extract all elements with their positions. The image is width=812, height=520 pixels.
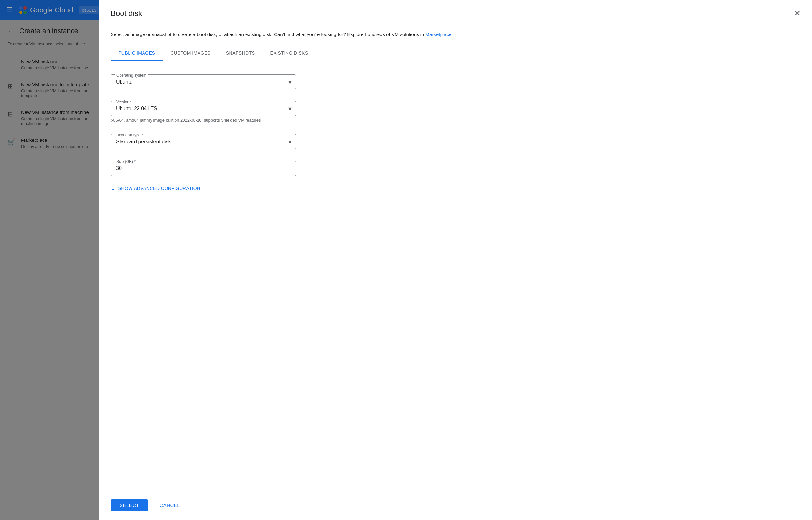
version-hint: x86/64, amd64 jammy image built on 2022-…	[110, 118, 296, 123]
size-label: Size (GB)	[115, 159, 137, 164]
advanced-toggle-label: SHOW ADVANCED CONFIGURATION	[118, 186, 200, 191]
size-input[interactable]	[110, 161, 296, 176]
cancel-button[interactable]: CANCEL	[153, 499, 187, 511]
modal-overlay: Boot disk ✕ Select an image or snapshot …	[0, 0, 812, 520]
os-field-group: Operating system Ubuntu Debian CentOS Ro…	[110, 70, 296, 89]
tab-snapshots[interactable]: SNAPSHOTS	[218, 46, 263, 61]
disk-type-field-group: Boot disk type Standard persistent disk …	[110, 130, 296, 149]
version-select[interactable]: Ubuntu 22.04 LTS Ubuntu 20.04 LTS Ubuntu…	[110, 101, 296, 116]
tab-existing-disks[interactable]: EXISTING DISKS	[263, 46, 316, 61]
tab-custom-images[interactable]: CUSTOM IMAGES	[163, 46, 218, 61]
modal-body: Select an image or snapshot to create a …	[99, 24, 812, 490]
size-field-group: Size (GB)	[110, 156, 296, 176]
modal-header: Boot disk ✕	[99, 0, 812, 24]
modal-actions: SELECT CANCEL	[99, 490, 812, 520]
close-icon[interactable]: ✕	[794, 9, 801, 17]
modal-description: Select an image or snapshot to create a …	[110, 31, 801, 38]
version-select-wrapper: Ubuntu 22.04 LTS Ubuntu 20.04 LTS Ubuntu…	[110, 101, 296, 116]
version-label: Version	[115, 100, 133, 104]
os-label: Operating system	[115, 73, 148, 78]
advanced-config-toggle[interactable]: ⌄ SHOW ADVANCED CONFIGURATION	[110, 185, 296, 192]
marketplace-link[interactable]: Marketplace	[425, 32, 452, 37]
version-field-group: Version Ubuntu 22.04 LTS Ubuntu 20.04 LT…	[110, 97, 296, 123]
tab-public-images[interactable]: PUBLIC IMAGES	[110, 46, 163, 61]
tabs-row: PUBLIC IMAGES CUSTOM IMAGES SNAPSHOTS EX…	[110, 46, 801, 61]
select-button[interactable]: SELECT	[110, 499, 148, 511]
form-section: Operating system Ubuntu Debian CentOS Ro…	[110, 70, 296, 192]
disk-type-label: Boot disk type	[115, 133, 144, 137]
advanced-chevron-icon: ⌄	[110, 185, 116, 192]
modal-title: Boot disk	[110, 9, 142, 18]
modal-panel: Boot disk ✕ Select an image or snapshot …	[99, 0, 812, 520]
